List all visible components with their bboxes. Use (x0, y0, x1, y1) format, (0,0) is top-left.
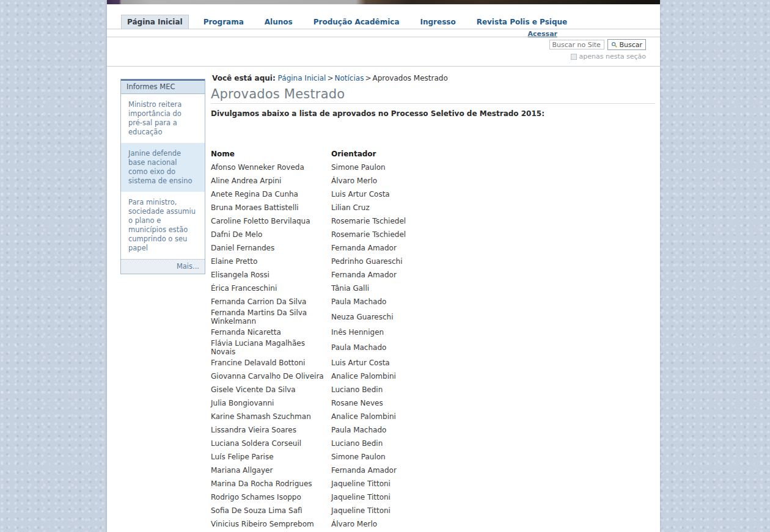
table-row: Luís Felipe Parise Simone Paulon (211, 450, 406, 464)
table-row: Luciana Soldera Corseuil Luciano Bedin (211, 437, 406, 450)
portlet-news-item[interactable]: Ministro reitera importância do pré-sal … (121, 94, 205, 143)
table-row: Rodrigo Schames Isoppo Jaqueline Tittoni (211, 490, 406, 504)
breadcrumb-item: Aprovados Mestrado (372, 74, 447, 82)
table-row: Mariana Allgayer Fernanda Amador (211, 464, 406, 477)
student-name-cell: Julia Bongiovanni (211, 396, 331, 410)
advisor-name-cell: Inês Hennigen (331, 326, 406, 339)
table-row: Aline Andrea Arpini Álvaro Merlo (211, 174, 406, 188)
informes-mec-portlet: Informes MEC Ministro reitera importânci… (120, 79, 205, 274)
table-row: Karine Shamash Szuchman Analice Palombin… (211, 410, 406, 423)
advisor-name-cell: Álvaro Merlo (331, 174, 406, 188)
student-name-cell: Francine Delavald Bottoni (211, 356, 331, 370)
search-area: Buscar apenas nesta seção (107, 37, 660, 67)
advisor-name-cell: Pedrinho Guareschi (331, 255, 406, 268)
table-row: Fernanda Nicaretta Inês Hennigen (211, 326, 406, 339)
table-row: Giovanna Carvalho De Oliveira Analice Pa… (211, 370, 406, 383)
section-only-checkbox[interactable] (571, 54, 577, 60)
page-title: Aprovados Mestrado (211, 87, 655, 104)
student-name-cell: Sofia De Souza Lima Safì (211, 504, 331, 517)
student-name-cell: Vinicius Ribeiro Semprebom (211, 517, 331, 531)
approved-students-table: Nome Orientador Afonso Wenneker Roveda S… (211, 147, 406, 532)
breadcrumb-prefix: Você está aqui: (212, 74, 276, 82)
table-row: Caroline Foletto Bervilaqua Rosemarie Ts… (211, 214, 406, 228)
student-name-cell: Giovanna Carvalho De Oliveira (211, 370, 331, 383)
table-row: Elaine Pretto Pedrinho Guareschi (211, 255, 406, 268)
student-name-cell: Luís Felipe Parise (211, 450, 331, 464)
student-name-cell: Lissandra Vieira Soares (211, 423, 331, 437)
section-only-label: apenas nesta seção (579, 53, 646, 60)
nav-tab[interactable]: Produção Acadêmica (307, 15, 406, 29)
table-row: Gisele Vicente Da Silva Luciano Bedin (211, 383, 406, 396)
student-name-cell: Elisangela Rossi (211, 268, 331, 282)
advisor-name-cell: Neuza Guareschi (331, 308, 406, 326)
search-icon (611, 42, 617, 48)
breadcrumb-item[interactable]: Notícias (335, 74, 364, 82)
advisor-name-cell: Fernanda Amador (331, 464, 406, 477)
student-name-cell: Mariana Allgayer (211, 464, 331, 477)
portlet-news-item[interactable]: Janine defende base nacional como eixo d… (121, 143, 205, 192)
advisor-name-cell: Rosemarie Tschiedel (331, 214, 406, 228)
advisor-name-cell: Luciano Bedin (331, 437, 406, 450)
student-name-cell: Dafni De Melo (211, 228, 331, 241)
table-row: Lissandra Vieira Soares Paula Machado (211, 423, 406, 437)
nav-tab[interactable]: Alunos (258, 15, 299, 29)
student-name-cell: Flávia Luciana Magalhães Novais (211, 339, 331, 356)
table-row: Érica Franceschini Tânia Galli (211, 282, 406, 295)
advisor-name-cell: Paula Machado (331, 339, 406, 356)
global-nav-tabs: Página InicialProgramaAlunosProdução Aca… (107, 4, 660, 29)
table-row: Afonso Wenneker Roveda Simone Paulon (211, 161, 406, 174)
student-name-cell: Rodrigo Schames Isoppo (211, 490, 331, 504)
table-row: Fernanda Carrion Da Silva Paula Machado (211, 295, 406, 308)
advisor-name-cell: Álvaro Merlo (331, 517, 406, 531)
student-name-cell: Caroline Foletto Bervilaqua (211, 214, 331, 228)
portlet-more-link[interactable]: Mais... (121, 259, 205, 274)
advisor-name-cell: Rosemarie Tschiedel (331, 228, 406, 241)
student-name-cell: Fernanda Nicaretta (211, 326, 331, 339)
search-input[interactable] (549, 40, 604, 49)
table-row: Daniel Fernandes Fernanda Amador (211, 241, 406, 255)
advisor-name-cell: Luciano Bedin (331, 383, 406, 396)
student-name-cell: Bruna Moraes Battistelli (211, 201, 331, 214)
student-name-cell: Luciana Soldera Corseuil (211, 437, 331, 450)
portlet-news-item[interactable]: Para ministro, sociedade assumiu o plano… (121, 192, 205, 259)
student-name-cell: Anete Regina Da Cunha (211, 188, 331, 201)
search-button[interactable]: Buscar (607, 39, 646, 50)
main-document: Você está aqui: Página Inicial>Notícias>… (211, 67, 655, 532)
advisor-name-cell: Luis Artur Costa (331, 356, 406, 370)
advisor-name-cell: Fernanda Amador (331, 268, 406, 282)
search-button-label: Buscar (619, 41, 642, 49)
table-row: Fernanda Martins Da Silva Winkelmann Neu… (211, 308, 406, 326)
breadcrumb-item: > (326, 74, 334, 82)
table-row: Elisangela Rossi Fernanda Amador (211, 268, 406, 282)
student-name-cell: Elaine Pretto (211, 255, 331, 268)
advisor-name-cell: Paula Machado (331, 423, 406, 437)
columns-area: Informes MEC Ministro reitera importânci… (107, 67, 660, 532)
document-description: Divulgamos abaixo a lista de aprovados n… (211, 109, 655, 118)
header-banner-image (107, 0, 660, 4)
site-content: Página InicialProgramaAlunosProdução Aca… (107, 0, 660, 532)
breadcrumb: Você está aqui: Página Inicial>Notícias>… (212, 74, 655, 82)
breadcrumb-item[interactable]: Página Inicial (278, 74, 326, 82)
student-name-cell: Afonso Wenneker Roveda (211, 161, 331, 174)
advisor-name-cell: Jaqueline Tittoni (331, 490, 406, 504)
advisor-name-cell: Fernanda Amador (331, 241, 406, 255)
table-row: Anete Regina Da Cunha Luis Artur Costa (211, 188, 406, 201)
student-name-cell: Fernanda Martins Da Silva Winkelmann (211, 308, 331, 326)
nav-tab[interactable]: Programa (197, 15, 250, 29)
advisor-name-cell: Simone Paulon (331, 161, 406, 174)
student-name-cell: Érica Franceschini (211, 282, 331, 295)
login-link[interactable]: Acessar (528, 30, 557, 38)
table-row: Vinicius Ribeiro Semprebom Álvaro Merlo (211, 517, 406, 531)
column-header-orientador: Orientador (331, 147, 406, 161)
table-row: Julia Bongiovanni Rosane Neves (211, 396, 406, 410)
nav-tab[interactable]: Revista Polis e Psique (471, 15, 573, 29)
breadcrumb-item: > (364, 74, 372, 82)
table-header-row: Nome Orientador (211, 147, 406, 161)
portlet-title: Informes MEC (121, 79, 205, 94)
student-name-cell: Daniel Fernandes (211, 241, 331, 255)
table-row: Sofia De Souza Lima Safì Jaqueline Titto… (211, 504, 406, 517)
nav-tab[interactable]: Ingresso (414, 15, 461, 29)
table-row: Francine Delavald Bottoni Luis Artur Cos… (211, 356, 406, 370)
advisor-name-cell: Simone Paulon (331, 450, 406, 464)
nav-tab[interactable]: Página Inicial (121, 15, 189, 29)
